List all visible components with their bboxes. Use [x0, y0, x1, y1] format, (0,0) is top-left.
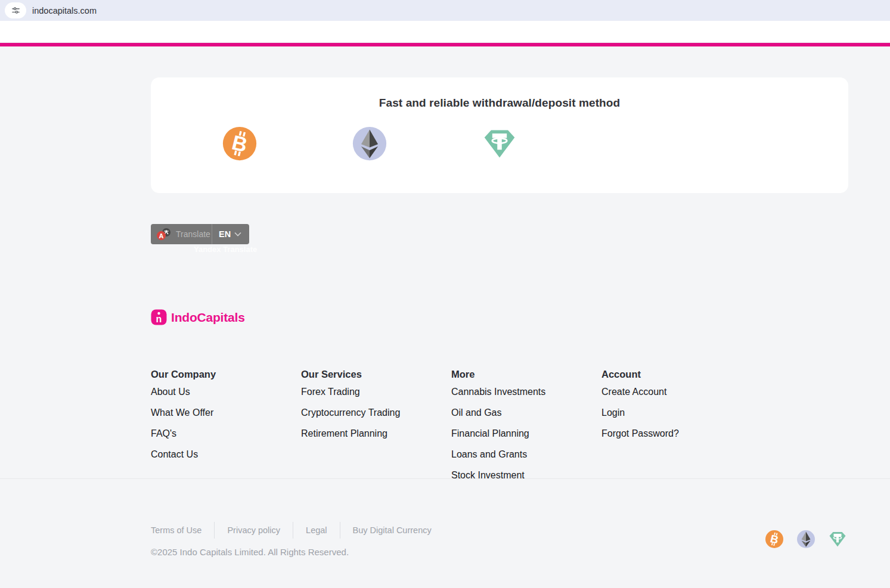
bitcoin-icon: B [765, 530, 784, 549]
url-text[interactable]: indocapitals.com [32, 6, 97, 15]
translate-widget[interactable]: A Translate EN [151, 224, 249, 244]
payment-icons-row: B [151, 126, 848, 161]
browser-address-bar: indocapitals.com [0, 0, 890, 21]
footer-columns: Our Company About Us What We Offer FAQ's… [151, 369, 752, 491]
ethereum-icon [796, 530, 815, 549]
legal-separator [340, 522, 340, 539]
site-settings-button[interactable] [5, 2, 26, 18]
footer-link-loans-and-grants[interactable]: Loans and Grants [451, 450, 601, 459]
ethereum-icon [352, 126, 387, 161]
footer-link-cannabis-investments[interactable]: Cannabis Investments [451, 387, 601, 397]
footer-link-oil-and-gas[interactable]: Oil and Gas [451, 408, 601, 418]
chevron-down-icon [234, 231, 242, 237]
footer-column-company: Our Company About Us What We Offer FAQ's… [151, 369, 301, 491]
copyright-text: ©2025 Indo Capitals Limited. All Rights … [151, 547, 349, 557]
translate-widget-area: A Translate EN Yandex Translate [151, 224, 257, 254]
footer-divider [0, 478, 890, 479]
legal-link-terms[interactable]: Terms of Use [151, 525, 201, 535]
yandex-translate-icon: A [156, 228, 172, 241]
header-strip [0, 21, 890, 43]
legal-separator [293, 522, 293, 539]
footer-link-forgot-password[interactable]: Forgot Password? [601, 429, 752, 438]
payment-methods-card: Fast and reliable withdrawal/deposit met… [151, 77, 848, 193]
brand-logo[interactable]: n IndoCapitals [151, 309, 245, 325]
footer-link-about-us[interactable]: About Us [151, 387, 301, 397]
footer-link-faqs[interactable]: FAQ's [151, 429, 301, 438]
payment-card-title: Fast and reliable withdrawal/deposit met… [151, 77, 848, 110]
footer-link-create-account[interactable]: Create Account [601, 387, 752, 397]
brand-name: IndoCapitals [171, 310, 245, 325]
indocapitals-logo-icon: n [151, 309, 167, 325]
translate-label: Translate [176, 229, 210, 239]
footer-link-forex-trading[interactable]: Forex Trading [301, 387, 451, 397]
yandex-watermark: Yandex Translate [194, 245, 257, 254]
legal-separator [214, 522, 215, 539]
tune-icon [11, 5, 21, 15]
footer-link-financial-planning[interactable]: Financial Planning [451, 429, 601, 438]
bitcoin-icon: B [222, 126, 258, 161]
column-heading: More [451, 369, 601, 380]
legal-links-row: Terms of Use Privacy policy Legal Buy Di… [151, 522, 432, 539]
footer-crypto-icons: B [765, 530, 847, 549]
footer-link-cryptocurrency-trading[interactable]: Cryptocurrency Trading [301, 408, 451, 418]
footer-link-what-we-offer[interactable]: What We Offer [151, 408, 301, 418]
column-heading: Our Company [151, 369, 301, 380]
footer-link-login[interactable]: Login [601, 408, 752, 418]
footer-link-retirement-planning[interactable]: Retirement Planning [301, 429, 451, 438]
legal-link-buy-digital-currency[interactable]: Buy Digital Currency [353, 525, 432, 535]
footer-link-contact-us[interactable]: Contact Us [151, 450, 301, 459]
translate-button[interactable]: A Translate [151, 228, 212, 241]
column-heading: Our Services [301, 369, 451, 380]
column-heading: Account [601, 369, 752, 380]
language-dropdown[interactable]: EN [212, 229, 242, 239]
legal-link-privacy[interactable]: Privacy policy [227, 525, 280, 535]
page-body: Fast and reliable withdrawal/deposit met… [0, 46, 890, 588]
tether-icon [828, 530, 847, 549]
svg-text:n: n [156, 314, 162, 324]
footer-column-account: Account Create Account Login Forgot Pass… [601, 369, 752, 491]
footer-column-services: Our Services Forex Trading Cryptocurrenc… [301, 369, 451, 491]
svg-text:A: A [159, 232, 164, 239]
tether-icon [482, 126, 517, 161]
language-code: EN [219, 229, 231, 239]
footer-column-more: More Cannabis Investments Oil and Gas Fi… [451, 369, 601, 491]
legal-link-legal[interactable]: Legal [306, 525, 327, 535]
